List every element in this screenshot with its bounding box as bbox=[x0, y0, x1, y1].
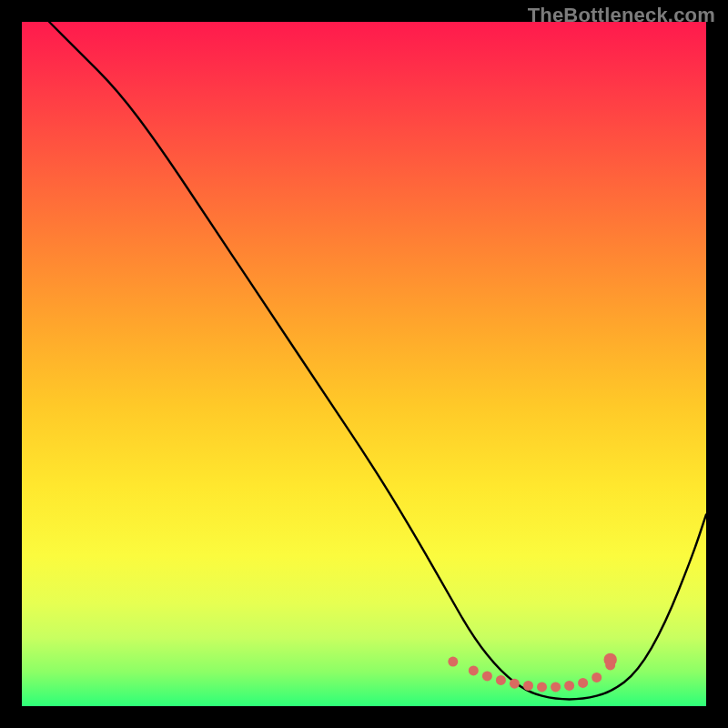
basin-marker bbox=[510, 679, 520, 689]
basin-marker bbox=[482, 671, 492, 681]
basin-marker bbox=[551, 682, 561, 692]
basin-marker bbox=[523, 681, 533, 691]
bottleneck-curve bbox=[49, 22, 706, 700]
basin-marker bbox=[448, 657, 458, 667]
chart-plot-area bbox=[22, 22, 706, 706]
basin-end-marker bbox=[604, 653, 617, 666]
chart-outer-frame: TheBottleneck.com bbox=[0, 0, 728, 728]
basin-marker bbox=[469, 665, 479, 675]
basin-marker bbox=[496, 675, 506, 685]
chart-svg bbox=[22, 22, 706, 706]
basin-marker bbox=[564, 681, 574, 691]
basin-markers bbox=[448, 657, 615, 693]
basin-marker bbox=[578, 678, 588, 688]
basin-marker bbox=[537, 682, 547, 692]
basin-marker bbox=[592, 672, 602, 682]
